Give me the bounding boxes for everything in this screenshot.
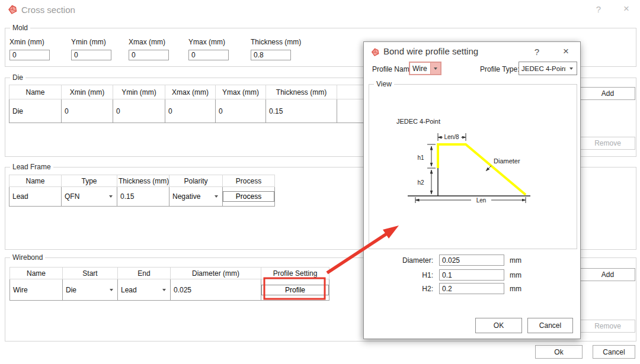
- lead-frame-legend: Lead Frame: [10, 163, 53, 172]
- mold-xmin-label: Xmin (mm): [9, 38, 44, 46]
- die-cell-name[interactable]: Die: [9, 99, 62, 123]
- cross-section-window: { "window": { "title": "Cross section", …: [0, 0, 640, 364]
- wire-profile-line: [438, 144, 526, 195]
- mold-xmin-input[interactable]: [9, 50, 50, 60]
- die-col-name: Name: [9, 85, 62, 99]
- lead-process-cell: Process: [223, 187, 275, 207]
- mold-xmax-label: Xmax (mm): [129, 38, 165, 46]
- dialog-ok-button[interactable]: OK: [475, 318, 522, 333]
- die-cell-thickness[interactable]: 0.15: [266, 99, 337, 123]
- wirebond-legend: Wirebond: [10, 253, 45, 262]
- window-title: Cross section: [21, 5, 75, 15]
- len-label: Len: [476, 197, 487, 204]
- die-col-thickness: Thickness (mm): [266, 85, 337, 99]
- dialog-close-icon[interactable]: ×: [559, 45, 572, 58]
- mold-ymin-input[interactable]: [71, 50, 111, 60]
- lead-col-name: Name: [9, 175, 62, 187]
- profile-name-label: Profile Name: [372, 65, 413, 73]
- mold-thickness-label: Thickness (mm): [251, 38, 301, 46]
- chevron-down-icon: [109, 195, 113, 198]
- mold-ymin-label: Ymin (mm): [71, 38, 106, 46]
- die-cell-xmin[interactable]: 0: [62, 99, 113, 123]
- h2-unit: mm: [510, 285, 521, 293]
- h1-param-label: H1:: [376, 271, 433, 279]
- lead-col-type: Type: [62, 175, 117, 187]
- mold-ymax-input[interactable]: [188, 50, 229, 60]
- mold-ymax-label: Ymax (mm): [188, 38, 225, 46]
- dialog-help-button[interactable]: ?: [530, 46, 543, 59]
- wire-profile-diagram: JEDEC 4-Point Len/8 h1 h2 Diameter Len: [369, 84, 576, 248]
- chevron-down-icon: [430, 63, 440, 74]
- die-remove-button[interactable]: Remove: [580, 137, 635, 150]
- lead-frame-table: Name Type Thickness (mm) Polarity Proces…: [9, 175, 275, 207]
- lead-col-polarity: Polarity: [169, 175, 223, 187]
- process-button[interactable]: Process: [223, 191, 274, 202]
- lead-cell-name[interactable]: Lead: [9, 187, 62, 207]
- profile-type-dropdown[interactable]: JEDEC 4-Point: [519, 62, 577, 75]
- chevron-down-icon: [162, 289, 166, 291]
- chevron-down-icon: [110, 289, 113, 291]
- bond-wire-profile-dialog: Bond wire profile setting ? × Profile Na…: [363, 41, 581, 339]
- ok-button[interactable]: Ok: [535, 345, 583, 359]
- lead-col-process: Process: [223, 175, 275, 187]
- wirebond-table: Name Start End Diameter (mm) Profile Set…: [9, 267, 329, 301]
- cancel-button[interactable]: Cancel: [593, 345, 635, 359]
- len8-label: Len/8: [444, 134, 459, 140]
- wire-col-name: Name: [10, 268, 63, 279]
- die-cell-ymax[interactable]: 0: [216, 99, 266, 123]
- wire-col-start: Start: [63, 268, 118, 279]
- wire-cell-name[interactable]: Wire: [10, 279, 63, 301]
- chevron-down-icon: [215, 195, 218, 198]
- die-col-ymin: Ymin (mm): [113, 85, 165, 99]
- wire-end-dropdown[interactable]: Lead: [118, 279, 171, 301]
- die-col-xmax: Xmax (mm): [165, 85, 216, 99]
- die-legend: Die: [10, 73, 25, 82]
- die-add-button[interactable]: Add: [580, 87, 635, 100]
- h1-input[interactable]: [439, 269, 504, 281]
- wirebond-remove-button[interactable]: Remove: [580, 320, 635, 333]
- wire-col-end: End: [118, 268, 171, 279]
- mold-xmax-input[interactable]: [129, 50, 169, 60]
- h1-unit: mm: [510, 271, 521, 279]
- diameter-unit: mm: [510, 256, 521, 265]
- wire-col-diameter: Diameter (mm): [171, 268, 261, 279]
- h2-label: h2: [417, 179, 424, 186]
- close-icon[interactable]: ×: [620, 2, 633, 15]
- diameter-input[interactable]: [439, 255, 504, 266]
- profile-button[interactable]: Profile: [261, 285, 329, 295]
- dialog-cancel-button[interactable]: Cancel: [527, 318, 573, 333]
- profile-type-label: Profile Type:: [480, 65, 519, 73]
- h2-input[interactable]: [439, 283, 504, 294]
- wirebond-add-button[interactable]: Add: [580, 268, 635, 281]
- h2-param-label: H2:: [376, 285, 433, 293]
- wire-profile-cell: Profile: [261, 279, 329, 301]
- chevron-down-icon: [566, 62, 577, 75]
- lead-col-thickness: Thickness (mm): [117, 175, 169, 187]
- lead-cell-thickness[interactable]: 0.15: [117, 187, 169, 207]
- help-button[interactable]: ?: [592, 3, 605, 16]
- dialog-icon: [370, 47, 380, 57]
- lead-type-dropdown[interactable]: QFN: [62, 187, 117, 207]
- die-col-ymax: Ymax (mm): [216, 85, 266, 99]
- wire-col-profile: Profile Setting: [261, 268, 329, 279]
- dialog-title: Bond wire profile setting: [383, 46, 478, 56]
- app-icon: [7, 4, 18, 15]
- mold-thickness-input[interactable]: [251, 50, 291, 60]
- h1-label: h1: [417, 154, 424, 161]
- diameter-param-label: Diameter:: [376, 256, 433, 265]
- table-row: Wire Die Lead 0.025 Profile: [10, 279, 329, 301]
- profile-name-dropdown[interactable]: Wire: [409, 62, 441, 75]
- mold-legend: Mold: [10, 24, 30, 33]
- diameter-label: Diameter: [494, 157, 520, 165]
- wire-start-dropdown[interactable]: Die: [63, 279, 118, 301]
- wire-cell-diameter[interactable]: 0.025: [171, 279, 261, 301]
- lead-polarity-dropdown[interactable]: Negative: [169, 187, 223, 207]
- die-cell-ymin[interactable]: 0: [113, 99, 165, 123]
- table-row: Lead QFN 0.15 Negative Process: [9, 187, 275, 207]
- die-col-xmin: Xmin (mm): [62, 85, 113, 99]
- die-cell-xmax[interactable]: 0: [165, 99, 216, 123]
- diagram-caption: JEDEC 4-Point: [396, 118, 440, 125]
